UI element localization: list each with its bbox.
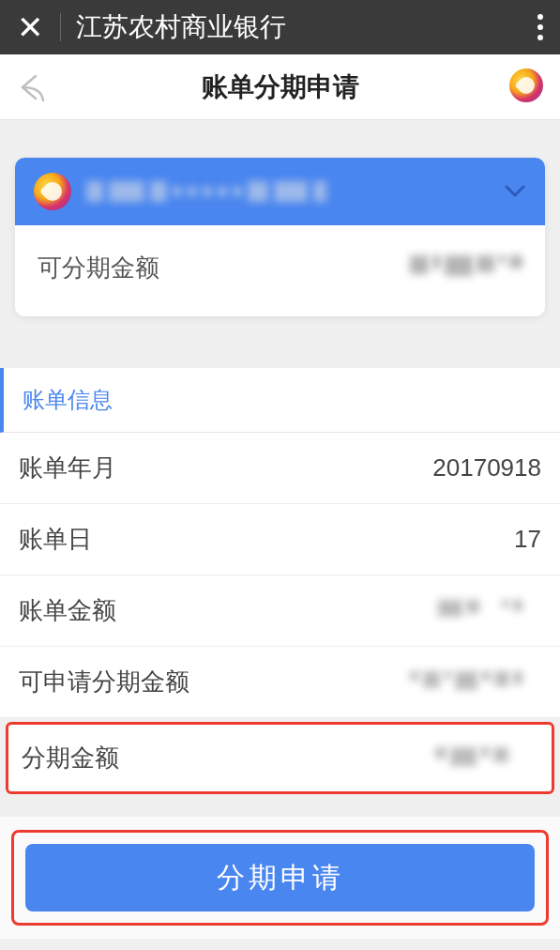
chevron-down-icon: [504, 184, 526, 199]
row-applicable-amount: 可申请分期金额: [0, 647, 560, 718]
bill-amount-value: [438, 600, 541, 622]
bill-day-label: 账单日: [19, 523, 92, 556]
card-body: 可分期金额: [15, 225, 545, 316]
more-menu-icon[interactable]: [537, 14, 543, 40]
footer-area: 分期申请: [0, 817, 560, 939]
bill-day-value: 17: [514, 525, 541, 554]
applicable-amount-label: 可申请分期金额: [19, 666, 189, 698]
apply-button[interactable]: 分期申请: [25, 844, 535, 912]
installment-amount-value: [435, 747, 538, 770]
installment-amount-label: 分期金额: [22, 742, 119, 774]
row-installment-amount[interactable]: 分期金额: [6, 722, 554, 794]
system-titlebar: ✕ 江苏农村商业银行: [0, 0, 560, 54]
bank-logo-icon: [34, 173, 71, 210]
app-header: 账单分期申请: [0, 54, 560, 120]
row-bill-day: 账单日 17: [0, 504, 560, 575]
bill-amount-label: 账单金额: [19, 594, 116, 627]
installable-amount-label: 可分期金额: [38, 252, 159, 284]
row-bill-yearmonth: 账单年月 20170918: [0, 433, 560, 504]
page-title: 账单分期申请: [202, 69, 359, 105]
installable-amount-value: [410, 255, 522, 282]
bill-yearmonth-label: 账单年月: [19, 452, 116, 484]
account-number-masked: [86, 176, 489, 207]
account-selector[interactable]: [15, 158, 545, 225]
bill-yearmonth-value: 20170918: [432, 453, 541, 483]
row-bill-amount: 账单金额: [0, 575, 560, 647]
apply-highlight-frame: 分期申请: [11, 830, 549, 926]
app-name: 江苏农村商业银行: [76, 9, 537, 45]
account-card: 可分期金额: [15, 158, 545, 316]
bank-logo-icon: [509, 69, 543, 106]
titlebar-divider: [60, 13, 61, 41]
close-icon[interactable]: ✕: [17, 11, 43, 43]
back-icon[interactable]: [17, 72, 49, 102]
section-header-bill-info: 账单信息: [0, 368, 560, 433]
applicable-amount-value: [410, 671, 541, 694]
